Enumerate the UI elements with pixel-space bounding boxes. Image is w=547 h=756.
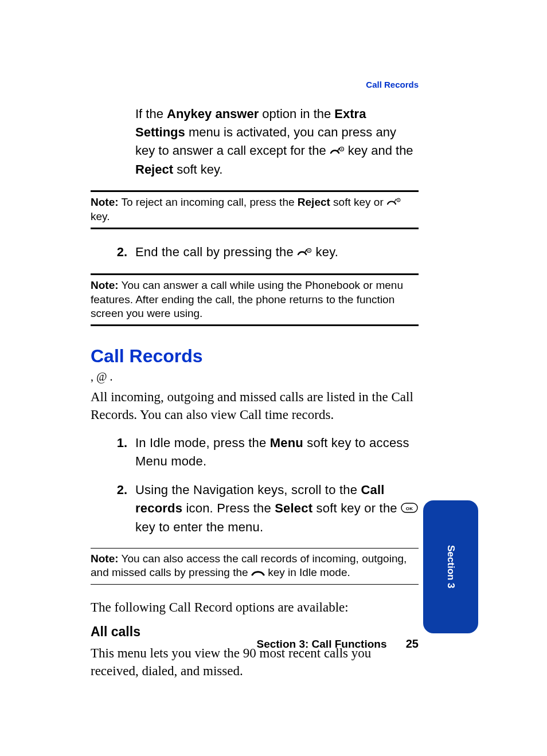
text: key.	[91, 210, 110, 222]
text: You can also access the call records of …	[91, 553, 407, 579]
menu-label: Menu	[270, 436, 303, 450]
aux-symbols: , @ .	[91, 370, 419, 383]
note-label: Note:	[91, 553, 119, 565]
reject-label: Reject	[135, 162, 173, 177]
step-number: 2.	[91, 243, 135, 262]
text: .	[107, 370, 112, 383]
text: To reject an incoming call, press the	[119, 196, 298, 208]
text: soft key or the	[312, 501, 401, 515]
anykey-answer-label: Anykey answer	[167, 107, 259, 121]
heading-call-records: Call Records	[91, 346, 419, 367]
text: option in the	[259, 107, 334, 121]
reject-label: Reject	[298, 196, 330, 208]
end-call-icon	[297, 244, 312, 262]
page-number: 25	[406, 637, 419, 651]
step-2: 2. Using the Navigation keys, scroll to …	[91, 481, 419, 536]
text: End the call by pressing the	[135, 245, 297, 259]
text: ,	[91, 370, 96, 383]
step-text: End the call by pressing the key.	[135, 243, 419, 262]
at-symbol: @	[96, 370, 107, 383]
select-label: Select	[275, 501, 312, 515]
note-label: Note:	[91, 279, 119, 291]
content-column: If the Anykey answer option in the Extra…	[91, 80, 419, 680]
text: If the	[135, 107, 167, 121]
ok-key-icon: OK	[401, 500, 418, 518]
note-reject: Note: To reject an incoming call, press …	[91, 192, 419, 228]
step-text: In Idle mode, press the Menu soft key to…	[135, 434, 419, 471]
call-records-description: All incoming, outgoing and missed calls …	[91, 388, 419, 424]
note-idle-access: Note: You can also access the call recor…	[91, 549, 419, 584]
text: icon. Press the	[182, 501, 275, 515]
svg-text:OK: OK	[406, 506, 413, 511]
end-call-icon	[330, 142, 345, 160]
options-intro: The following Call Record options are av…	[91, 598, 419, 616]
end-call-icon	[386, 195, 401, 210]
text: key.	[312, 245, 338, 259]
text: key and the	[345, 143, 413, 158]
text: key in Idle mode.	[265, 566, 350, 578]
step-end-call: 2. End the call by pressing the key.	[91, 243, 419, 262]
text: soft key or	[330, 196, 386, 208]
step-number: 2.	[91, 481, 135, 536]
text: In Idle mode, press the	[135, 436, 270, 450]
intro-paragraph: If the Anykey answer option in the Extra…	[135, 105, 419, 179]
text: soft key.	[173, 162, 222, 177]
text: Using the Navigation keys, scroll to the	[135, 483, 361, 497]
footer-section-label: Section 3: Call Functions	[256, 638, 386, 650]
note-label: Note:	[91, 196, 119, 208]
section-tab-label: Section 3	[445, 545, 456, 589]
talk-key-icon	[251, 566, 265, 581]
note-answer-feature: Note: You can answer a call while using …	[91, 275, 419, 324]
step-text: Using the Navigation keys, scroll to the…	[135, 481, 419, 536]
text: You can answer a call while using the Ph…	[91, 279, 403, 319]
step-1: 1. In Idle mode, press the Menu soft key…	[91, 434, 419, 471]
step-number: 1.	[91, 434, 135, 471]
section-tab: Section 3	[423, 500, 478, 633]
text: key to enter the menu.	[135, 520, 263, 534]
page-footer: Section 3: Call Functions 25	[91, 637, 419, 651]
